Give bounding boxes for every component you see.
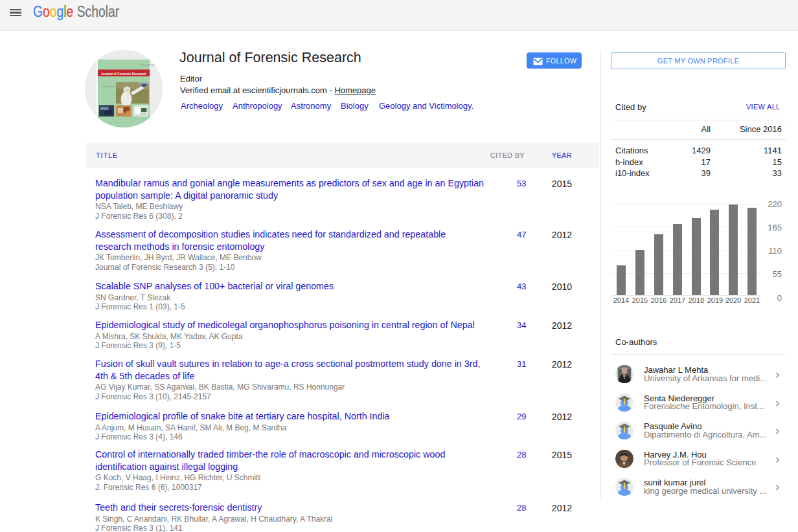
svg-text:Journal of Forensic Research: Journal of Forensic Research bbox=[101, 72, 146, 76]
svg-text:Open Access: Open Access bbox=[102, 85, 115, 88]
svg-text:ISSN: 2157-7145: ISSN: 2157-7145 bbox=[141, 64, 157, 67]
